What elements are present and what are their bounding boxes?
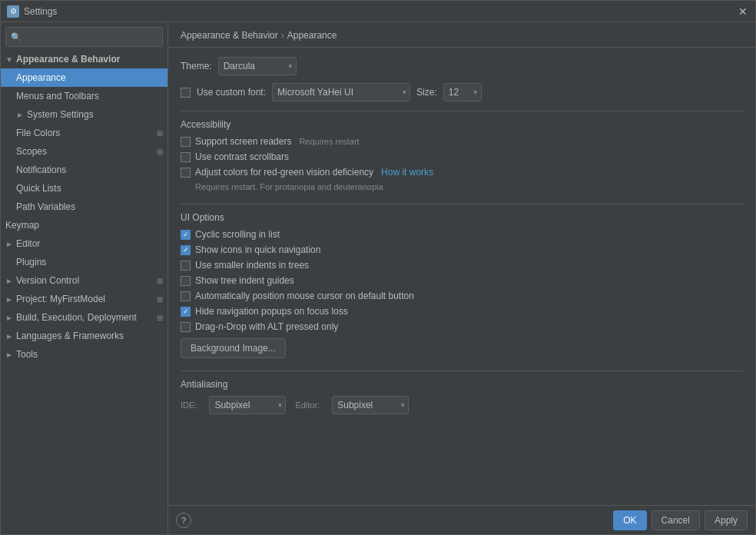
sidebar: 🔍 Appearance & Behavior Appearance Menus… — [1, 22, 168, 534]
color-deficiency-label: Adjust colors for red-green vision defic… — [195, 167, 373, 178]
drag-drop-label: Drag-n-Drop with ALT pressed only — [195, 321, 338, 332]
breadcrumb: Appearance & Behavior › Appearance — [181, 30, 743, 41]
smaller-indents-label: Use smaller indents in trees — [195, 260, 309, 271]
sidebar-item-appearance[interactable]: Appearance — [1, 68, 167, 87]
right-panel-wrapper: Appearance & Behavior › Appearance Theme… — [168, 22, 755, 534]
main-content: 🔍 Appearance & Behavior Appearance Menus… — [1, 22, 755, 534]
divider-2 — [181, 204, 743, 204]
show-icons-row: Show icons in quick navigation — [181, 244, 743, 255]
sidebar-item-appearance-behavior[interactable]: Appearance & Behavior — [1, 50, 167, 68]
smaller-indents-checkbox[interactable] — [181, 261, 191, 271]
sidebar-item-editor[interactable]: Editor — [1, 234, 167, 253]
sidebar-item-notifications[interactable]: Notifications — [1, 161, 167, 179]
hide-nav-checkbox[interactable] — [181, 307, 191, 317]
screen-readers-hint: Requires restart — [299, 137, 359, 146]
cyclic-scrolling-checkbox[interactable] — [181, 230, 191, 240]
breadcrumb-part2: Appearance — [287, 30, 337, 41]
ide-select-wrapper: Subpixel — [209, 396, 286, 414]
antialiasing-row: IDE: Subpixel Editor: Subpixel — [181, 396, 743, 420]
ide-antialiasing-select[interactable]: Subpixel — [209, 396, 286, 414]
settings-window: ⚙ Settings ✕ 🔍 Appearance & Behavior App… — [0, 0, 756, 535]
tree-arrow-appearance-behavior — [5, 55, 16, 64]
sidebar-item-keymap[interactable]: Keymap — [1, 216, 167, 234]
cyclic-scrolling-label: Cyclic scrolling in list — [195, 229, 280, 240]
smaller-indents-row: Use smaller indents in trees — [181, 260, 743, 271]
tree-indent-guides-row: Show tree indent guides — [181, 275, 743, 286]
size-select[interactable]: 12 — [443, 83, 482, 101]
auto-position-checkbox[interactable] — [181, 291, 191, 301]
sidebar-item-file-colors[interactable]: File Colors ⊞ — [1, 124, 167, 142]
search-box[interactable]: 🔍 — [5, 27, 163, 47]
breadcrumb-part1: Appearance & Behavior — [181, 30, 278, 41]
contrast-scrollbars-checkbox[interactable] — [181, 152, 191, 162]
cyclic-scrolling-row: Cyclic scrolling in list — [181, 229, 743, 240]
panel-body: Theme: Darcula IntelliJ High Contrast — [168, 48, 755, 505]
file-colors-icon: ⊞ — [157, 129, 163, 138]
tree-arrow-editor — [5, 240, 16, 248]
tree-arrow-system-settings — [16, 111, 27, 119]
antialiasing-section: Antialiasing IDE: Subpixel Editor: — [181, 379, 743, 420]
auto-position-label: Automatically position mouse cursor on d… — [195, 291, 414, 301]
size-select-wrapper: 12 — [443, 83, 482, 101]
tree-indent-guides-label: Show tree indent guides — [195, 275, 294, 286]
sidebar-item-project[interactable]: Project: MyFirstModel ⊞ — [1, 290, 167, 308]
show-icons-label: Show icons in quick navigation — [195, 244, 320, 255]
scopes-icon: ⊞ — [157, 148, 163, 156]
sidebar-item-scopes[interactable]: Scopes ⊞ — [1, 142, 167, 161]
hide-nav-label: Hide navigation popups on focus loss — [195, 306, 348, 317]
sidebar-item-plugins[interactable]: Plugins — [1, 253, 167, 271]
sidebar-item-quick-lists[interactable]: Quick Lists — [1, 179, 167, 198]
sidebar-item-menus-toolbars[interactable]: Menus and Toolbars — [1, 87, 167, 105]
sidebar-item-version-control[interactable]: Version Control ⊞ — [1, 271, 167, 290]
custom-font-label: Use custom font: — [197, 87, 266, 98]
editor-select-wrapper: Subpixel — [332, 396, 409, 414]
sidebar-item-build[interactable]: Build, Execution, Deployment ⊞ — [1, 308, 167, 327]
window-title: Settings — [24, 6, 737, 17]
drag-drop-checkbox[interactable] — [181, 322, 191, 332]
close-button[interactable]: ✕ — [737, 5, 749, 18]
divider-1 — [181, 111, 743, 111]
help-button[interactable]: ? — [176, 513, 191, 528]
accessibility-section: Accessibility Support screen readers Req… — [181, 119, 743, 191]
tree-arrow-project — [5, 295, 16, 304]
tree-indent-guides-checkbox[interactable] — [181, 276, 191, 286]
sidebar-item-path-variables[interactable]: Path Variables — [1, 198, 167, 216]
font-select[interactable]: Microsoft YaHei UI — [272, 83, 410, 101]
apply-button[interactable]: Apply — [705, 510, 748, 530]
tree-arrow-version-control — [5, 277, 16, 285]
titlebar: ⚙ Settings ✕ — [1, 1, 755, 22]
custom-font-checkbox[interactable] — [181, 88, 191, 98]
project-icon: ⊞ — [157, 295, 163, 304]
editor-antialiasing-select[interactable]: Subpixel — [332, 396, 409, 414]
ui-options-title: UI Options — [181, 212, 743, 223]
show-icons-checkbox[interactable] — [181, 245, 191, 255]
breadcrumb-separator: › — [281, 30, 284, 41]
color-deficiency-row: Adjust colors for red-green vision defic… — [181, 167, 743, 178]
divider-3 — [181, 371, 743, 371]
sidebar-item-tools[interactable]: Tools — [1, 345, 167, 364]
tree-arrow-languages — [5, 332, 16, 341]
panel-header: Appearance & Behavior › Appearance — [168, 22, 755, 48]
background-image-button[interactable]: Background Image... — [181, 338, 286, 358]
color-deficiency-checkbox[interactable] — [181, 168, 191, 178]
how-it-works-link[interactable]: How it works — [381, 167, 433, 178]
settings-panel: Appearance & Behavior › Appearance Theme… — [168, 22, 755, 505]
version-control-icon: ⊞ — [157, 277, 163, 285]
sidebar-item-system-settings[interactable]: System Settings — [1, 105, 167, 124]
contrast-scrollbars-label: Use contrast scrollbars — [195, 151, 289, 162]
cancel-button[interactable]: Cancel — [652, 510, 700, 530]
build-icon: ⊞ — [157, 314, 163, 322]
sidebar-item-languages[interactable]: Languages & Frameworks — [1, 327, 167, 345]
search-input[interactable] — [25, 32, 158, 42]
color-deficiency-sub-text: Requires restart. For protanopia and deu… — [195, 182, 743, 191]
size-label: Size: — [416, 87, 437, 98]
custom-font-row: Use custom font: Microsoft YaHei UI Size… — [181, 83, 743, 101]
screen-readers-label: Support screen readers — [195, 136, 291, 147]
font-select-wrapper: Microsoft YaHei UI — [272, 83, 410, 101]
theme-select[interactable]: Darcula IntelliJ High Contrast — [218, 57, 297, 75]
screen-readers-row: Support screen readers Requires restart — [181, 136, 743, 147]
auto-position-row: Automatically position mouse cursor on d… — [181, 291, 743, 301]
accessibility-title: Accessibility — [181, 119, 743, 130]
screen-readers-checkbox[interactable] — [181, 137, 191, 147]
ok-button[interactable]: OK — [613, 510, 646, 530]
